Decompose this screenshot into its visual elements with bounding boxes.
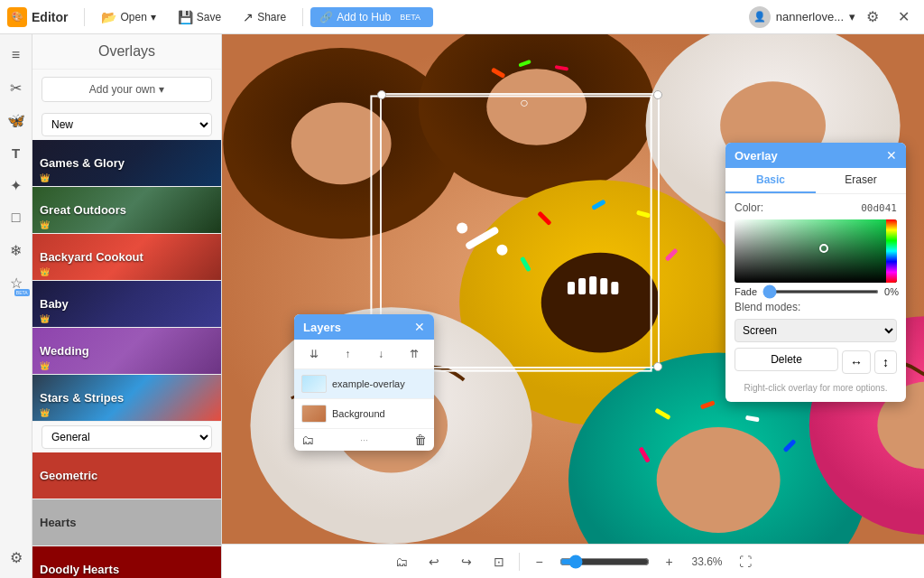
undo-button[interactable]: ↩ — [421, 549, 447, 574]
fullscreen-button[interactable]: ⛶ — [733, 549, 758, 574]
open-label: Open — [120, 11, 146, 23]
layers-icon[interactable]: 🗂 — [389, 549, 414, 574]
overlay-label-geometric: Geometric — [32, 463, 105, 488]
layers-delete-icon[interactable]: 🗑 — [414, 433, 427, 447]
overlay-item-hearts[interactable]: Hearts — [32, 499, 221, 546]
overlay-item-cookout[interactable]: Backyard Cookout 👑 — [32, 234, 221, 281]
layer-down[interactable]: ↓ — [370, 343, 392, 365]
user-chevron: ▾ — [849, 10, 855, 23]
layers-dots[interactable]: ··· — [360, 434, 368, 445]
fade-row: Fade 0% — [735, 286, 897, 297]
tool-settings[interactable]: ⚙ — [3, 544, 30, 571]
crown-outdoors: 👑 — [40, 220, 50, 229]
save-button[interactable]: 💾 Save — [169, 6, 230, 28]
layer-item-background[interactable]: Background — [294, 399, 434, 429]
close-overlay-button[interactable]: ✕ — [886, 148, 897, 163]
user-area[interactable]: 👤 nannerlove... ▾ — [749, 6, 855, 28]
overlay-settings: Color: 00d041 Fade 0% — [725, 194, 906, 402]
layer-name-overlay: example-overlay — [332, 378, 427, 389]
open-chevron: ▾ — [151, 11, 156, 23]
color-value: 00d041 — [861, 202, 897, 214]
text-tool[interactable]: T — [3, 139, 30, 166]
close-layers-button[interactable]: ✕ — [414, 320, 425, 334]
close-icon: ✕ — [898, 8, 910, 25]
canvas-container[interactable]: ○ Layers ✕ ⇊ ↑ ↓ ⇈ example-overlay — [222, 34, 924, 544]
filter-row: New Popular All — [42, 113, 212, 136]
overlay-item-baby[interactable]: Baby 👑 — [32, 281, 221, 328]
crop-tool[interactable]: ✂ — [3, 74, 30, 101]
redo-button[interactable]: ↪ — [454, 549, 479, 574]
overlay-label-games: Games & Glory — [32, 151, 132, 175]
layers-stack-icon[interactable]: 🗂 — [301, 433, 314, 447]
filter-select[interactable]: New Popular All — [42, 113, 212, 136]
layers-panel: Layers ✕ ⇊ ↑ ↓ ⇈ example-overlay Bac — [294, 314, 434, 451]
overlays-tool[interactable]: 🦋 — [3, 107, 30, 134]
gear-icon: ⚙ — [866, 8, 879, 25]
borders-tool[interactable]: □ — [3, 204, 30, 231]
tab-eraser[interactable]: Eraser — [816, 168, 906, 193]
overlay-panel-title: Overlay — [735, 149, 778, 163]
overlay-item-geometric[interactable]: Geometric — [32, 452, 221, 499]
layer-up[interactable]: ↑ — [337, 343, 358, 365]
compare-button[interactable]: ⊡ — [486, 549, 512, 574]
color-cursor — [819, 244, 828, 253]
zoom-out-icon[interactable]: − — [527, 549, 552, 574]
adjustments-tool[interactable]: ≡ — [3, 42, 30, 69]
svg-point-3 — [291, 103, 392, 185]
layer-thumb-background — [301, 405, 327, 423]
layer-item-overlay[interactable]: example-overlay — [294, 369, 434, 399]
layer-to-top[interactable]: ⇈ — [403, 343, 425, 365]
overlay-item-outdoors[interactable]: Great Outdoors 👑 — [32, 187, 221, 234]
stickers-tool[interactable]: ☆ — [3, 269, 30, 296]
close-button[interactable]: ✕ — [890, 4, 917, 31]
overlay-label-hearts: Hearts — [32, 510, 83, 535]
add-own-button[interactable]: Add your own ▾ — [42, 77, 212, 102]
save-label: Save — [197, 11, 221, 23]
open-button[interactable]: 📂 Open ▾ — [92, 6, 164, 28]
layer-thumb-overlay — [301, 375, 327, 393]
delete-button[interactable]: Delete — [735, 348, 838, 371]
zoom-slider[interactable] — [559, 555, 650, 569]
color-picker[interactable] — [735, 219, 897, 283]
effects-tool[interactable]: ✦ — [3, 172, 30, 199]
layers-header: Layers ✕ — [294, 314, 434, 340]
color-row: Color: 00d041 — [735, 201, 897, 214]
overlay-item-games[interactable]: Games & Glory 👑 — [32, 140, 221, 187]
overlay-label-cookout: Backyard Cookout — [32, 245, 151, 269]
add-hub-button[interactable]: 🔗 Add to Hub BETA — [310, 7, 433, 27]
crown-baby: 👑 — [40, 314, 50, 323]
share-button[interactable]: ↗ Share — [234, 6, 295, 28]
selection-handle-tl[interactable] — [377, 90, 386, 99]
user-avatar: 👤 — [749, 6, 771, 28]
zoom-in-icon[interactable]: + — [657, 549, 682, 574]
user-name: nannerlove... — [776, 10, 844, 23]
overlay-list: Games & Glory 👑 Great Outdoors 👑 Backyar… — [32, 140, 221, 578]
color-picker-gradient — [735, 219, 897, 283]
overlay-label-doodly: Doodly Hearts — [32, 557, 126, 578]
general-select[interactable]: General — [42, 425, 212, 449]
app-logo-icon: 🎨 — [7, 7, 27, 27]
add-own-label: Add your own — [89, 83, 155, 96]
settings-button[interactable]: ⚙ — [859, 4, 886, 31]
layer-to-bottom[interactable]: ⇊ — [303, 343, 325, 365]
overlay-item-stars-stripes[interactable]: Stars & Stripes 👑 — [32, 375, 221, 422]
seasonal-tool[interactable]: ❄ — [3, 237, 30, 264]
overlay-label-baby: Baby — [32, 292, 76, 316]
flip-v-button[interactable]: ↕ — [874, 350, 897, 374]
separator-1 — [84, 8, 85, 26]
flip-h-button[interactable]: ↔ — [842, 350, 871, 374]
fade-slider[interactable] — [762, 290, 879, 294]
fade-label: Fade — [735, 286, 757, 297]
color-hue-bar[interactable] — [886, 219, 897, 283]
left-toolbar: ≡ ✂ 🦋 T ✦ □ ❄ ☆ ⚙ — [0, 34, 32, 578]
blend-select[interactable]: Screen Normal Multiply Overlay — [735, 319, 897, 342]
selection-handle-br[interactable] — [653, 362, 662, 371]
overlay-item-wedding[interactable]: Wedding 👑 — [32, 328, 221, 375]
zoom-level: 33.6% — [689, 555, 725, 568]
overlay-item-doodly[interactable]: Doodly Hearts — [32, 546, 221, 578]
general-divider: General — [42, 425, 212, 449]
bottom-bar: 🗂 ↩ ↪ ⊡ − + 33.6% ⛶ — [222, 544, 924, 578]
tab-basic[interactable]: Basic — [725, 168, 816, 193]
rotate-handle[interactable]: ○ — [520, 95, 796, 111]
overlay-hint: Right-click overlay for more options. — [735, 382, 897, 395]
